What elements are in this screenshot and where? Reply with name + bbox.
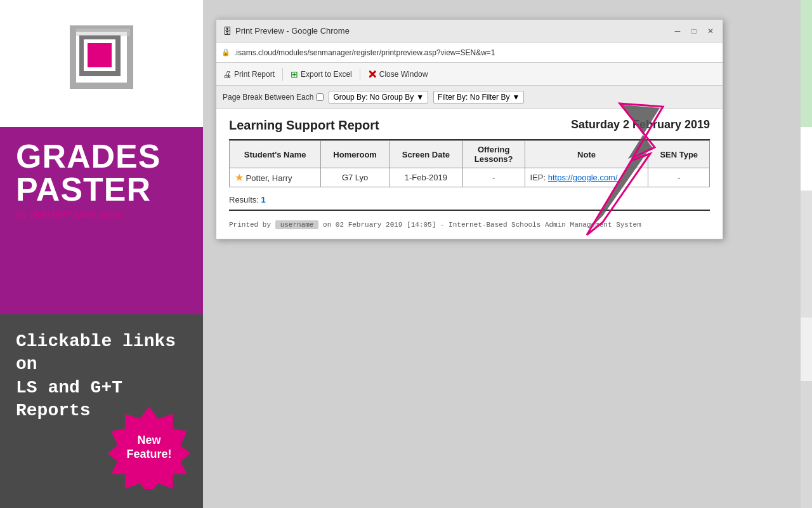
- page-break-checkbox[interactable]: [316, 93, 324, 101]
- feature-description: Clickable links on LS and G+T Reports: [16, 330, 187, 423]
- col-header-screen-date: Screen Date: [389, 141, 462, 168]
- footer-username: username: [275, 220, 319, 229]
- toolbar-separator-2: [360, 68, 360, 81]
- url-text: .isams.cloud/modules/senmanager/register…: [234, 48, 717, 57]
- report-title: Learning Support Report: [229, 118, 379, 133]
- note-cell: IEP: https://google.com/: [525, 168, 648, 187]
- print-icon: 🖨: [223, 69, 232, 79]
- close-window-button[interactable]: 🗙 Close Window: [368, 69, 428, 79]
- group-by-label: Group By: No Group By: [333, 93, 414, 102]
- logo-area: [0, 0, 203, 127]
- col-header-homeroom: Homeroom: [321, 141, 390, 168]
- footer-date: on 02 February 2019 [14:05]: [323, 221, 436, 229]
- export-excel-button[interactable]: ⊞ Export to Excel: [291, 69, 352, 79]
- close-window-label: Close Window: [379, 70, 428, 79]
- screen-date-cell: 1-Feb-2019: [389, 168, 462, 187]
- window-title: Print Preview - Google Chrome: [235, 26, 350, 36]
- student-name-cell: ★ Potter, Harry: [230, 168, 321, 187]
- browser-window: 🗄 Print Preview - Google Chrome ─ □ ✕ 🔒 …: [216, 19, 723, 239]
- star-icon: ★: [235, 172, 244, 183]
- group-by-chevron: ▼: [416, 93, 424, 102]
- col-header-name: Student's Name: [230, 141, 321, 168]
- report-toolbar: 🖨 Print Report ⊞ Export to Excel 🗙 Close…: [216, 63, 723, 86]
- table-row: ★ Potter, Harry G7 Lyo 1-Feb-2019 - IEP:…: [230, 168, 710, 187]
- footer-suffix: - Internet-Based Schools Admin Managemen…: [440, 221, 641, 229]
- filter-by-dropdown[interactable]: Filter By: No Filter By ▼: [433, 91, 524, 104]
- offering-lessons-cell: -: [462, 168, 525, 187]
- print-report-label: Print Report: [234, 70, 275, 79]
- maximize-button[interactable]: □: [688, 25, 700, 37]
- left-panel: GRADES PASTER for iSAMS™ Mark Book Click…: [0, 0, 203, 508]
- report-content: Learning Support Report Saturday 2 Febru…: [216, 109, 723, 239]
- close-button[interactable]: ✕: [705, 25, 716, 37]
- close-window-icon: 🗙: [368, 69, 377, 79]
- address-bar: 🔒 .isams.cloud/modules/senmanager/regist…: [216, 43, 723, 63]
- title-bar-left: 🗄 Print Preview - Google Chrome: [223, 26, 350, 36]
- col-header-note: Note: [525, 141, 648, 168]
- brand-title: GRADES PASTER: [16, 140, 187, 206]
- app-logo: [63, 25, 140, 102]
- bottom-dark-panel: Clickable links on LS and G+T Reports Ne…: [0, 314, 203, 508]
- browser-icon: 🗄: [223, 26, 232, 36]
- report-header: Learning Support Report Saturday 2 Febru…: [229, 118, 710, 133]
- filter-by-chevron: ▼: [512, 93, 520, 102]
- bg-stripes: [801, 0, 812, 508]
- options-bar: Page Break Between Each Group By: No Gro…: [216, 86, 723, 109]
- brand-subtitle: for iSAMS™ Mark Book: [16, 210, 187, 221]
- toolbar-separator-1: [282, 68, 283, 81]
- sen-type-cell: -: [648, 168, 710, 187]
- minimize-button[interactable]: ─: [672, 25, 683, 37]
- page-break-text: Page Break Between Each: [223, 93, 313, 102]
- lock-icon: 🔒: [221, 48, 230, 57]
- filter-by-label: Filter By: No Filter By: [438, 93, 509, 102]
- brand-area: GRADES PASTER for iSAMS™ Mark Book: [0, 127, 203, 314]
- window-controls[interactable]: ─ □ ✕: [672, 25, 716, 37]
- report-table-wrapper: Student's Name Homeroom Screen Date Offe…: [229, 139, 710, 187]
- iep-link[interactable]: https://google.com/: [548, 173, 618, 182]
- results-count: 1: [261, 195, 266, 204]
- right-area: 🗄 Print Preview - Google Chrome ─ □ ✕ 🔒 …: [203, 0, 812, 508]
- report-table: Student's Name Homeroom Screen Date Offe…: [229, 140, 710, 187]
- col-header-sen-type: SEN Type: [648, 141, 710, 168]
- group-by-dropdown[interactable]: Group By: No Group By ▼: [329, 91, 428, 104]
- export-excel-label: Export to Excel: [301, 70, 352, 79]
- excel-icon: ⊞: [291, 69, 298, 79]
- title-bar: 🗄 Print Preview - Google Chrome ─ □ ✕: [216, 20, 723, 43]
- page-break-label: Page Break Between Each: [223, 93, 324, 102]
- table-header-row: Student's Name Homeroom Screen Date Offe…: [230, 141, 710, 168]
- homeroom-cell: G7 Lyo: [321, 168, 390, 187]
- report-date: Saturday 2 February 2019: [571, 118, 710, 131]
- report-footer: Printed by username on 02 February 2019 …: [229, 220, 710, 229]
- col-header-offering-lessons: OfferingLessons?: [462, 141, 525, 168]
- results-row: Results: 1: [229, 195, 710, 211]
- badge-label: New Feature!: [126, 434, 171, 461]
- footer-printed-by: Printed by: [229, 221, 275, 229]
- print-report-button[interactable]: 🖨 Print Report: [223, 69, 275, 79]
